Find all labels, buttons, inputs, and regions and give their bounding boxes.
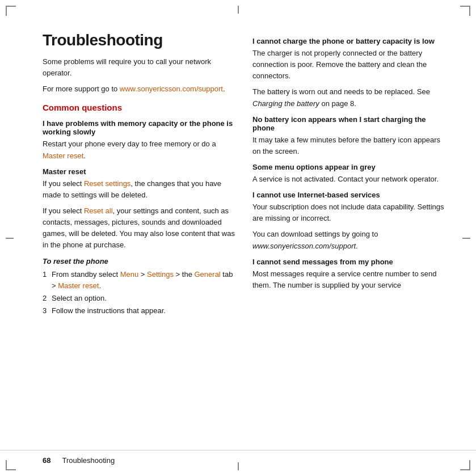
left-column: Troubleshooting Some problems will requi…	[43, 31, 235, 427]
footer-label: Troubleshooting	[62, 456, 115, 465]
memory-body: Restart your phone every day to free mem…	[43, 138, 235, 161]
reset-settings-body: If you select Reset settings, the change…	[43, 178, 235, 201]
intro-text-1: Some problems will require you to call y…	[43, 56, 235, 79]
corner-mark-bottom-left	[6, 460, 16, 470]
page-container: Troubleshooting Some problems will requi…	[0, 0, 476, 476]
corner-mark-top-left	[6, 6, 16, 16]
menu-link[interactable]: Menu	[120, 270, 139, 279]
side-mark-top	[238, 6, 239, 14]
master-reset-heading: Master reset	[43, 167, 235, 176]
content-area: Troubleshooting Some problems will requi…	[0, 0, 476, 450]
no-battery-icon-body: It may take a few minutes before the bat…	[252, 134, 445, 157]
to-reset-heading: To reset the phone	[43, 257, 235, 266]
list-item-2: Select an option.	[52, 293, 235, 304]
grey-menu-body: A service is not activated. Contact your…	[252, 174, 445, 185]
settings-link[interactable]: Settings	[147, 270, 174, 279]
list-item-3: Follow the instructions that appear.	[52, 305, 235, 317]
page-number: 68	[43, 456, 50, 465]
corner-mark-top-right	[460, 6, 470, 16]
send-messages-body: Most messages require a service centre n…	[252, 268, 445, 291]
side-mark-right	[462, 238, 470, 239]
reset-steps-list: From standby select Menu > Settings > th…	[43, 269, 235, 317]
general-link[interactable]: General	[195, 270, 221, 279]
charge-body-1: The charger is not properly connected or…	[252, 48, 445, 82]
internet-services-body-2: You can download settings by going to ww…	[252, 229, 445, 251]
no-battery-icon-heading: No battery icon appears when I start cha…	[252, 115, 445, 132]
right-column: I cannot charge the phone or battery cap…	[252, 31, 445, 427]
intro-text-2: For more support go to www.sonyericsson.…	[43, 83, 235, 95]
side-mark-bottom	[238, 462, 239, 470]
internet-services-heading: I cannot use Internet-based services	[252, 191, 445, 199]
send-messages-heading: I cannot send messages from my phone	[252, 258, 445, 266]
reset-all-body: If you select Reset all, your settings a…	[43, 205, 235, 251]
reset-all-link[interactable]: Reset all	[84, 207, 113, 215]
side-mark-left	[6, 238, 14, 239]
common-questions-heading: Common questions	[43, 103, 235, 112]
memory-heading: I have problems with memory capacity or …	[43, 119, 235, 136]
page-title: Troubleshooting	[43, 31, 235, 49]
corner-mark-bottom-right	[460, 460, 470, 470]
charge-heading: I cannot charge the phone or battery cap…	[252, 37, 445, 45]
internet-services-body-1: Your subscription does not include data …	[252, 201, 445, 224]
master-reset-link-1[interactable]: Master reset	[43, 151, 83, 160]
charge-body-2: The battery is worn out and needs to be …	[252, 86, 445, 109]
grey-menu-heading: Some menu options appear in grey	[252, 163, 445, 171]
master-reset-link-2[interactable]: Master reset	[58, 281, 99, 290]
list-item-1: From standby select Menu > Settings > th…	[52, 269, 235, 292]
support-link[interactable]: www.sonyericsson.com/support	[120, 85, 223, 93]
reset-settings-link[interactable]: Reset settings	[84, 179, 130, 188]
